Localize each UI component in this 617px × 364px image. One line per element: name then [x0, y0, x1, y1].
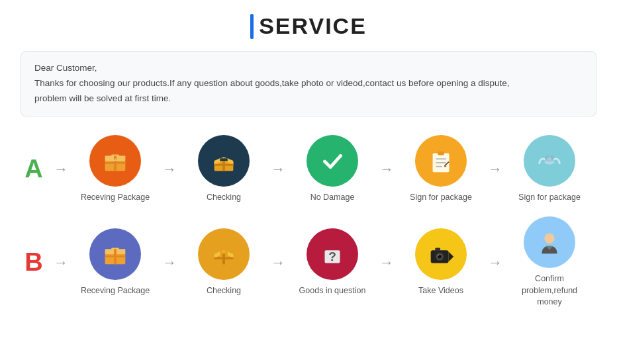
notice-line1: Dear Customer,	[34, 61, 583, 76]
row-b: B → Receving Package →	[21, 216, 596, 308]
arrow-b4: →	[488, 254, 502, 271]
svg-rect-38	[435, 248, 440, 251]
step-recv-pkg-a: Receving Package	[72, 135, 158, 204]
step-label-sign-a: Sign for package	[410, 192, 472, 204]
row-a: A → Receving Package	[21, 135, 596, 204]
page-title-section: SERVICE	[250, 13, 367, 39]
svg-rect-29	[222, 254, 225, 264]
step-label-sign-a2: Sign for package	[518, 192, 581, 204]
icon-box-open-dark	[198, 135, 250, 187]
step-no-damage-a: No Damage	[289, 135, 375, 204]
icon-checkmark-green	[307, 135, 358, 187]
icon-handshake-blue	[524, 135, 575, 187]
title-accent-bar	[250, 14, 254, 39]
step-label-recv-pkg-a: Receving Package	[81, 192, 150, 204]
arrow-b1: →	[162, 254, 177, 271]
arrow-a4: →	[488, 161, 502, 178]
step-take-videos-b: Take Videos	[398, 228, 484, 297]
step-checking-a: Checking	[181, 135, 267, 204]
arrow-a3: →	[379, 161, 394, 178]
step-sign-a: Sign for package	[398, 135, 484, 204]
notice-line2: Thanks for choosing our products.If any …	[34, 76, 583, 91]
step-label-goods-question-b: Goods in question	[299, 285, 366, 297]
step-recv-pkg-b: Receving Package	[72, 228, 158, 297]
arrow-b3: →	[379, 254, 394, 271]
svg-rect-30	[214, 257, 234, 259]
step-label-take-videos-b: Take Videos	[418, 285, 463, 297]
arrow-b0: →	[54, 254, 68, 271]
icon-person-sky	[524, 216, 575, 268]
svg-rect-11	[214, 164, 234, 166]
icon-camera-yellow	[415, 228, 467, 280]
icon-question-red: ?	[307, 228, 358, 280]
svg-point-40	[544, 234, 554, 244]
step-label-checking-b: Checking	[207, 285, 241, 297]
notice-line3: problem will be solved at first time.	[34, 91, 583, 107]
notice-box: Dear Customer, Thanks for choosing our p…	[21, 51, 596, 116]
step-label-confirm-refund-b: Confirm problem,refundmoney	[506, 273, 593, 308]
svg-rect-4	[105, 162, 126, 164]
icon-box-orange	[89, 135, 141, 187]
arrow-a2: →	[271, 161, 285, 178]
svg-text:?: ?	[328, 249, 336, 263]
arrow-a0: →	[54, 161, 68, 178]
step-label-checking-a: Checking	[207, 192, 241, 204]
icon-sign-yellow	[415, 135, 467, 187]
row-a-label: A	[21, 155, 47, 183]
step-goods-question-b: ? Goods in question	[289, 228, 375, 297]
step-checking-b: Checking	[181, 228, 267, 297]
icon-box-purple	[89, 228, 141, 280]
row-b-label: B	[21, 248, 47, 277]
svg-point-37	[438, 255, 439, 256]
arrow-b2: →	[271, 254, 285, 271]
arrow-a1: →	[162, 161, 177, 178]
svg-marker-39	[449, 251, 454, 261]
step-label-no-damage-a: No Damage	[310, 192, 355, 204]
svg-rect-13	[438, 151, 444, 155]
step-handshake-a: Sign for package	[506, 135, 593, 204]
icon-box-open-gold	[198, 228, 250, 280]
svg-rect-24	[105, 255, 126, 257]
flows-wrapper: A → Receving Package	[21, 135, 596, 308]
step-label-recv-pkg-b: Receving Package	[81, 285, 150, 297]
svg-rect-10	[222, 161, 225, 171]
step-confirm-refund-b: Confirm problem,refundmoney	[506, 216, 593, 308]
page-title: SERVICE	[259, 13, 367, 39]
